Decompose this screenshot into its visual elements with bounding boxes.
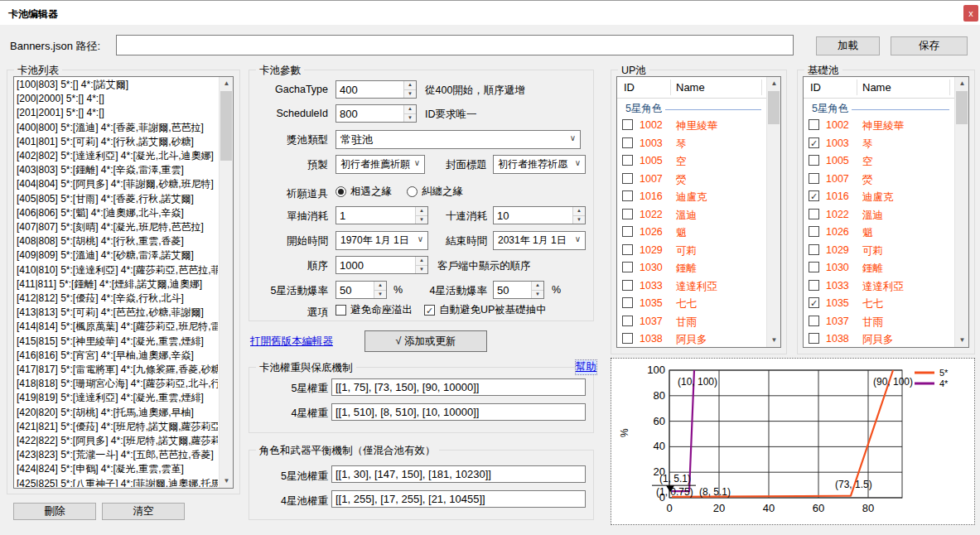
pool-row[interactable]: 1016迪盧克 — [617, 188, 766, 206]
list-item[interactable]: [401|801] 5*:[可莉] 4*:[行秋,諾艾爾,砂糖] — [17, 135, 218, 149]
checkbox-icon[interactable] — [622, 226, 633, 237]
pool-row[interactable]: ✓1035七七 — [804, 295, 954, 313]
pool-row[interactable]: 1037甘雨 — [617, 313, 766, 331]
pool-row[interactable]: 1029可莉 — [804, 242, 954, 260]
list-item[interactable]: [409|809] 5*:[溫迪] 4*:[砂糖,雷澤,諾艾爾] — [17, 248, 218, 263]
scroll-up-icon[interactable]: ▲ — [767, 77, 781, 90]
list-item[interactable]: [404|804] 5*:[阿貝多] 4*:[菲謝爾,砂糖,班尼特] — [17, 177, 218, 191]
checkbox-icon[interactable] — [622, 280, 633, 291]
list-item[interactable]: [413|813] 5*:[可莉] 4*:[芭芭拉,砂糖,菲謝爾] — [17, 306, 218, 320]
base-pool-table[interactable]: ID Name 5星角色1002神里綾華✓1003琴1005空1007熒✓101… — [803, 76, 969, 348]
spin-down-icon[interactable]: ▼ — [403, 113, 416, 122]
tencost-input[interactable] — [494, 207, 572, 224]
order-spinner[interactable]: ▲▼ — [336, 256, 428, 274]
pool-row[interactable]: 1022溫迪 — [617, 206, 766, 224]
list-item[interactable]: [411|811] 5*:[鍾離] 4*:[煙緋,諾艾爾,迪奧娜] — [17, 277, 218, 292]
spin-down-icon[interactable]: ▼ — [374, 290, 386, 298]
checkbox-icon[interactable] — [622, 119, 633, 130]
spin-up-icon[interactable]: ▲ — [572, 207, 585, 215]
list-item[interactable]: [424|824] 5*:[申鶴] 4*:[凝光,重雲,雲堇] — [17, 462, 218, 476]
pool-row[interactable]: 1002神里綾華 — [617, 117, 766, 135]
pool-row[interactable]: 1026魈 — [804, 224, 954, 242]
endtime-picker[interactable]: 2031年 1月 1日 ∨ — [493, 231, 586, 250]
pool-row[interactable]: 1003琴 — [617, 135, 766, 153]
pool-row[interactable]: 1033達達利亞 — [804, 277, 954, 296]
checkbox-icon[interactable] — [809, 244, 819, 255]
path-input[interactable] — [116, 35, 794, 55]
close-icon[interactable]: x — [963, 5, 978, 22]
pool-row[interactable]: 1002神里綾華 — [804, 117, 954, 135]
pool-row[interactable]: 1038阿貝多 — [617, 330, 766, 347]
checkbox-icon[interactable] — [809, 316, 819, 326]
pool-row[interactable]: 1007熒 — [617, 171, 766, 189]
tencost-spinner[interactable]: ▲▼ — [493, 206, 586, 224]
list-item[interactable]: [418|818] 5*:[珊瑚宮心海] 4*:[蘿莎莉亞,北斗,行秋] — [17, 377, 218, 391]
list-item[interactable]: [408|808] 5*:[胡桃] 4*:[行秋,重雲,香菱] — [17, 234, 218, 248]
checkbox-icon[interactable] — [809, 262, 819, 272]
fivestar-pool-weight-input[interactable] — [331, 465, 586, 483]
pool-row[interactable]: 1033達達利亞 — [617, 277, 766, 296]
spin-down-icon[interactable]: ▼ — [415, 265, 427, 273]
pool-row[interactable]: ✓1003琴 — [804, 135, 954, 153]
list-item[interactable]: [405|805] 5*:[甘雨] 4*:[香菱,行秋,諾艾爾] — [17, 192, 218, 206]
pool-row[interactable]: 1005空 — [617, 152, 766, 171]
help-link[interactable]: 幫助 — [576, 360, 596, 374]
fivestar-rate-input[interactable] — [336, 282, 373, 298]
spin-down-icon[interactable]: ▼ — [403, 89, 416, 98]
base-pool-scrollbar[interactable]: ▲ ▼ — [954, 77, 968, 347]
spin-up-icon[interactable]: ▲ — [531, 282, 543, 290]
pool-row[interactable]: 1029可莉 — [617, 242, 766, 260]
pool-listbox[interactable]: [100|803] 5*:[] 4*:[諾艾爾][200|2000] 5*:[]… — [13, 76, 234, 489]
fivestar-rate-spinner[interactable]: ▲▼ — [336, 281, 387, 299]
list-item[interactable]: [403|803] 5*:[鍾離] 4*:[辛焱,雷澤,重雲] — [17, 163, 218, 177]
list-scrollbar[interactable]: ▲ ▼ — [219, 77, 233, 488]
scroll-down-icon[interactable]: ▼ — [767, 334, 781, 347]
scroll-down-icon[interactable]: ▼ — [220, 475, 234, 488]
checkbox-icon[interactable] — [622, 244, 633, 255]
pool-row[interactable]: ✓1016迪盧克 — [804, 188, 954, 206]
open-old-editor-link[interactable]: 打開舊版本編輯器 — [250, 335, 333, 349]
gachatype-input[interactable] — [336, 81, 403, 98]
checkbox-icon[interactable] — [622, 209, 633, 219]
checkbox-icon[interactable] — [809, 209, 819, 219]
radio-intertwined-fate[interactable]: 糾纏之緣 — [407, 185, 463, 199]
list-item[interactable]: [419|819] 5*:[達達利亞] 4*:[凝光,重雲,煙緋] — [17, 391, 218, 405]
fourstar-rate-input[interactable] — [494, 282, 530, 298]
load-button[interactable]: 加載 — [816, 36, 880, 55]
pool-row[interactable]: 1007熒 — [804, 171, 954, 189]
up-pool-scrollbar[interactable]: ▲ ▼ — [766, 77, 780, 347]
list-item[interactable]: [420|820] 5*:[胡桃] 4*:[托馬,迪奧娜,早柚] — [17, 406, 218, 420]
checkbox-icon[interactable] — [622, 262, 633, 272]
scroll-down-icon[interactable]: ▼ — [955, 334, 969, 347]
checkbox-icon[interactable] — [622, 316, 633, 326]
fivestar-weight-input[interactable] — [331, 378, 586, 396]
list-item[interactable]: [412|812] 5*:[優菈] 4*:[辛焱,行秋,北斗] — [17, 292, 218, 306]
checkbox-icon[interactable] — [622, 155, 633, 166]
save-button[interactable]: 保存 — [891, 36, 968, 55]
up-pool-table[interactable]: ID Name 5星角色1002神里綾華1003琴1005空1007熒1016迪… — [616, 76, 781, 348]
list-item[interactable]: [422|822] 5*:[阿貝多] 4*:[班尼特,諾艾爾,蘿莎莉亞] — [17, 434, 218, 448]
list-item[interactable]: [417|817] 5*:[雷電將軍] 4*:[九條裟羅,香菱,砂糖] — [17, 363, 218, 377]
checkbox-checked-icon[interactable]: ✓ — [809, 190, 819, 201]
pool-row[interactable]: 1035七七 — [617, 295, 766, 313]
list-item[interactable]: [415|815] 5*:[神里綾華] 4*:[凝光,重雲,煙緋] — [17, 335, 218, 349]
checkbox-icon[interactable] — [809, 119, 819, 130]
checkbox-icon[interactable] — [809, 226, 819, 237]
spin-up-icon[interactable]: ▲ — [403, 105, 416, 113]
fourstar-weight-input[interactable] — [331, 403, 586, 421]
list-item[interactable]: [406|806] 5*:[魈] 4*:[迪奧娜,北斗,辛焱] — [17, 206, 218, 220]
pool-row[interactable]: 1030鍾離 — [617, 259, 766, 277]
list-item[interactable]: [423|823] 5*:[荒瀧一斗] 4*:[五郎,芭芭拉,香菱] — [17, 448, 218, 462]
list-item[interactable]: [201|2001] 5*:[] 4*:[] — [17, 106, 218, 120]
spin-down-icon[interactable]: ▼ — [531, 290, 543, 298]
list-item[interactable]: [200|2000] 5*:[] 4*:[] — [17, 92, 218, 106]
list-item[interactable]: [410|810] 5*:[達達利亞] 4*:[蘿莎莉亞,芭芭拉,菲謝爾] — [17, 263, 218, 277]
pool-row[interactable]: 1037甘雨 — [804, 313, 954, 331]
add-or-update-button[interactable]: √ 添加或更新 — [364, 330, 487, 352]
scroll-up-icon[interactable]: ▲ — [955, 77, 969, 90]
radio-encounter-fate[interactable]: 相遇之緣 — [336, 185, 392, 199]
list-item[interactable]: [416|816] 5*:[宵宮] 4*:[早柚,迪奧娜,辛焱] — [17, 349, 218, 363]
gachatype-spinner[interactable]: ▲▼ — [336, 80, 417, 99]
list-item[interactable]: [414|814] 5*:[楓原萬葉] 4*:[蘿莎莉亞,班尼特,雷澤] — [17, 320, 218, 334]
checkbox-icon[interactable] — [622, 137, 633, 148]
